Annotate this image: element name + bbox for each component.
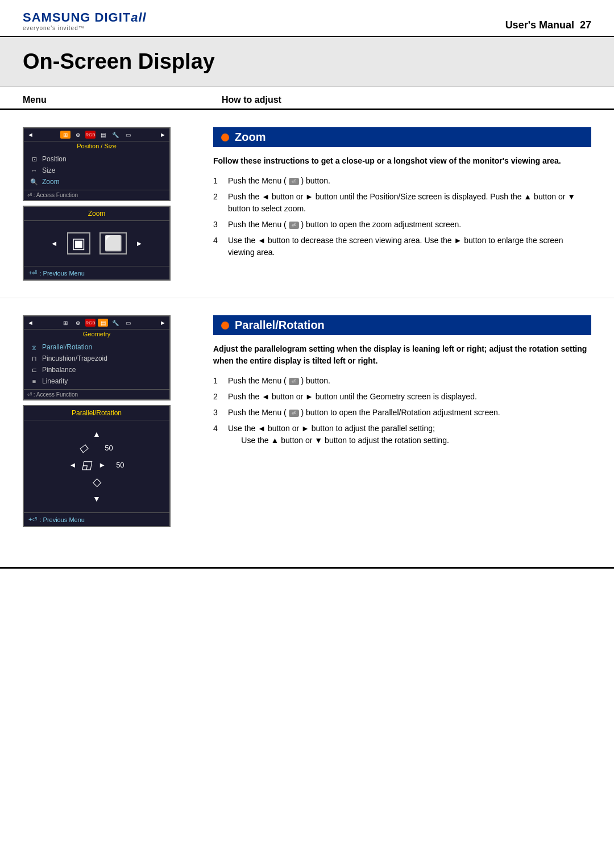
nav-icons-geo: ⊞ ⊕ RGB ▤ 🔧 ▭ (60, 319, 133, 327)
pincushion-label: Pincushion/Trapezoid (42, 354, 107, 362)
zoom-menu-col: ◄ ⊞ ⊕ RGB ▤ 🔧 ▭ ► Position / Size ⊡ Posi… (23, 127, 190, 281)
step-num: 1 (213, 375, 222, 387)
osd-item-size: ↔ Size (28, 165, 165, 176)
parallel-step-4: 4 Use the ◄ button or ► button to adjust… (213, 423, 591, 446)
size-label: Size (42, 166, 55, 174)
zoom-sub-title: Zoom (24, 207, 169, 221)
menu-column-header: Menu (23, 95, 205, 105)
nav-left-arrow: ◄ (27, 131, 34, 138)
step-num: 3 (213, 407, 222, 419)
parallel-sub-box: Parallel/Rotation ▲ ◇ 50 ◄ ◱ ► 50 ◇ ▼ (23, 405, 171, 527)
logo-area: SAMSUNG DIGITall everyone's invited™ (23, 10, 147, 31)
zoom-steps: 1 Push the Menu ( ⏎ ) button. 2 Push the… (213, 175, 591, 258)
zoom-decrease-icon: ◄ (51, 239, 58, 248)
menu-btn-icon-par-2: ⏎ (289, 410, 299, 417)
prev-menu-label-par: : Previous Menu (39, 516, 84, 523)
page-title-area: On-Screen Display (0, 37, 614, 87)
linearity-label: Linearity (42, 377, 68, 385)
osd-geometry-nav-bar: ◄ ⊞ ⊕ RGB ▤ 🔧 ▭ ► (24, 316, 169, 329)
step-num: 2 (213, 191, 222, 215)
nav-right-arrow-geo: ► (160, 319, 166, 326)
parallel-shape-1: ◇ (78, 441, 90, 454)
manual-label: User's Manual (505, 19, 574, 31)
manual-title-page: User's Manual 27 (505, 19, 591, 31)
step-num: 4 (213, 423, 222, 446)
position-label: Position (42, 155, 67, 163)
nav-icon-grid-geo: ⊞ (60, 319, 70, 327)
osd-geometry-tab-label: Geometry (24, 329, 169, 339)
osd-geometry-menu-items: ⧖ Parallel/Rotation ⊓ Pincushion/Trapezo… (24, 339, 169, 389)
prev-menu-label: : Previous Menu (39, 270, 84, 277)
zoom-heading-text: Zoom (235, 131, 265, 144)
nav-icon-bars-geo: ▤ (98, 319, 108, 327)
step-text: Use the ◄ button to decrease the screen … (228, 235, 591, 258)
zoom-step-2: 2 Push the ◄ button or ► button until th… (213, 191, 591, 215)
nav-icon-bars: ▤ (98, 131, 108, 139)
parallel-row: ◄ ⊞ ⊕ RGB ▤ 🔧 ▭ ► Geometry ⧖ Parallel/Ro… (0, 298, 614, 544)
parallel-step-2: 2 Push the ◄ button or ► button until th… (213, 391, 591, 403)
zoom-instructions: Zoom Follow these instructions to get a … (190, 127, 591, 281)
osd-item-position: ⊡ Position (28, 153, 165, 165)
nav-icon-rgb-geo: RGB (85, 319, 96, 327)
parallel-left-arrow: ◄ (69, 461, 76, 469)
parallel-icon: ⧖ (30, 344, 39, 351)
zoom-section-heading: Zoom (213, 127, 591, 147)
osd-item-zoom: 🔍 Zoom (28, 176, 165, 187)
parallel-right-arrow: ► (98, 461, 106, 469)
menu-btn-icon-1: ⏎ (289, 178, 299, 185)
osd-access-fn: ⏎ : Access Function (24, 190, 169, 200)
zoom-step-4: 4 Use the ◄ button to decrease the scree… (213, 235, 591, 258)
zoom-prev-menu: +⏎ : Previous Menu (24, 266, 169, 279)
parallel-instructions: Parallel/Rotation Adjust the parallelogr… (190, 315, 591, 527)
parallel-row-2: ◄ ◱ ► 50 (69, 458, 124, 471)
nav-icon-tool-geo: 🔧 (110, 319, 121, 327)
osd-tab-label: Position / Size (24, 141, 169, 151)
parallel-row-1: ◇ 50 (80, 441, 113, 454)
nav-icon-target: ⊕ (73, 131, 83, 139)
parallel-steps: 1 Push the Menu ( ⏎ ) button. 2 Push the… (213, 375, 591, 446)
logo-tagline: everyone's invited™ (23, 25, 147, 31)
parallel-value-2: 50 (116, 461, 124, 469)
parallel-sub-content: ▲ ◇ 50 ◄ ◱ ► 50 ◇ ▼ (24, 420, 169, 512)
step-text: Push the ◄ button or ► button until the … (228, 191, 591, 215)
zoom-step-3: 3 Push the Menu ( ⏎ ) button to open the… (213, 219, 591, 231)
zoom-small-icon: ▣ (67, 232, 90, 254)
down-arrow: ▼ (93, 494, 101, 503)
pinbalance-label: Pinbalance (42, 366, 76, 374)
access-fn-label-geo: ⏎ : Access Function (27, 391, 78, 398)
parallel-prev-menu: +⏎ : Previous Menu (24, 512, 169, 526)
osd-position-size-box: ◄ ⊞ ⊕ RGB ▤ 🔧 ▭ ► Position / Size ⊡ Posi… (23, 127, 171, 201)
parallel-intro: Adjust the parallelogram setting when th… (213, 343, 591, 367)
osd-item-parallel: ⧖ Parallel/Rotation (28, 341, 165, 353)
parallel-step-3: 3 Push the Menu ( ⏎ ) button to open the… (213, 407, 591, 419)
osd-item-pincushion: ⊓ Pincushion/Trapezoid (28, 353, 165, 364)
parallel-value-1: 50 (105, 444, 113, 452)
step-num: 3 (213, 219, 222, 231)
step-text: Push the Menu ( ⏎ ) button to open the z… (228, 219, 461, 231)
parallel-menu-col: ◄ ⊞ ⊕ RGB ▤ 🔧 ▭ ► Geometry ⧖ Parallel/Ro… (23, 315, 190, 527)
osd-access-fn-geo: ⏎ : Access Function (24, 389, 169, 399)
parallel-heading-text: Parallel/Rotation (235, 319, 325, 332)
step-text: Push the Menu ( ⏎ ) button. (228, 375, 330, 387)
step-text: Push the ◄ button or ► button until the … (228, 391, 477, 403)
size-icon: ↔ (30, 167, 39, 174)
position-icon: ⊡ (30, 156, 39, 163)
step-num: 4 (213, 235, 222, 258)
step-text: Push the Menu ( ⏎ ) button to open the P… (228, 407, 500, 419)
step-num: 1 (213, 175, 222, 187)
parallel-shape-2: ◱ (81, 458, 94, 471)
parallel-row-3: ◇ (93, 475, 101, 489)
zoom-increase-icon: ► (136, 239, 143, 248)
page-number: 27 (580, 19, 591, 31)
pincushion-icon: ⊓ (30, 355, 39, 362)
page-title: On-Screen Display (23, 49, 591, 74)
nav-icon-tool: 🔧 (110, 131, 121, 139)
osd-menu-items: ⊡ Position ↔ Size 🔍 Zoom (24, 151, 169, 190)
parallel-shape-3: ◇ (93, 475, 101, 489)
menu-btn-icon-par-1: ⏎ (289, 378, 299, 385)
nav-icon-grid: ⊞ (60, 131, 70, 139)
pinbalance-icon: ⊏ (30, 366, 39, 374)
access-fn-label: ⏎ : Access Function (27, 192, 78, 198)
how-column-header: How to adjust (205, 95, 591, 105)
step-num: 2 (213, 391, 222, 403)
